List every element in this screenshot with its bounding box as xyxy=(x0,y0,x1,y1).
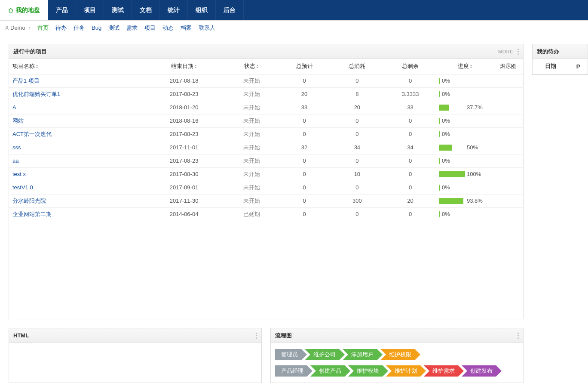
projects-more-link[interactable]: MORE xyxy=(498,49,513,54)
more-options-icon[interactable] xyxy=(256,333,257,339)
flowchart-panel-title: 流程图 xyxy=(275,332,292,340)
nav-tab[interactable]: 统计 xyxy=(160,0,188,20)
table-row[interactable]: testV1.02017-09-01未开始0000% xyxy=(9,181,523,194)
cell-cost: 34 xyxy=(331,141,383,154)
todo-col-p[interactable]: P xyxy=(569,59,588,74)
project-link[interactable]: 产品1 项目 xyxy=(12,77,40,84)
todo-col-date[interactable]: 日期 xyxy=(533,59,569,74)
cell-cost: 10 xyxy=(331,167,383,181)
submenu-item[interactable]: 首页 xyxy=(34,25,52,31)
projects-panel: 进行中的项目 MORE 项目名称 结束日期 状态 总预计 总消耗 总剩余 进度 … xyxy=(9,44,524,319)
col-status[interactable]: 状态 xyxy=(225,59,278,74)
flow-step[interactable]: 维护权限 xyxy=(380,349,415,360)
more-options-icon[interactable] xyxy=(518,49,519,55)
submenu-item[interactable]: 档案 xyxy=(177,25,195,31)
current-user[interactable]: Demo xyxy=(10,25,25,31)
cell-est: 0 xyxy=(278,181,331,194)
cell-progress: 100% xyxy=(437,167,493,181)
project-link[interactable]: A xyxy=(12,104,16,111)
submenu-item[interactable]: 项目 xyxy=(141,25,159,31)
cell-left: 0 xyxy=(383,181,437,194)
flow-step[interactable]: 维护公司 xyxy=(305,349,339,360)
project-link[interactable]: 优化前端购买订单1 xyxy=(12,91,60,97)
col-left[interactable]: 总剩余 xyxy=(383,59,437,74)
submenu-item[interactable]: 待办 xyxy=(52,25,70,31)
nav-tab[interactable]: 文档 xyxy=(132,0,160,20)
flow-step[interactable]: 创建发布 xyxy=(462,365,496,377)
table-row[interactable]: aa2017-08-23未开始0000% xyxy=(9,154,523,167)
nav-tab[interactable]: 我的地盘 xyxy=(0,0,48,20)
cell-end: 2014-06-04 xyxy=(143,207,225,221)
submenu-item[interactable]: 需求 xyxy=(123,25,141,31)
project-link[interactable]: testV1.0 xyxy=(12,184,33,191)
cell-left: 0 xyxy=(383,127,437,141)
nav-tab[interactable]: 测试 xyxy=(104,0,132,20)
cell-cost: 0 xyxy=(331,114,383,127)
flow-step[interactable]: 创建产品 xyxy=(310,365,345,377)
cell-burndown xyxy=(493,127,523,141)
table-row[interactable]: 网站2018-08-16未开始0000% xyxy=(9,114,523,127)
cell-est: 33 xyxy=(278,101,331,114)
table-row[interactable]: test x2017-08-30未开始0100100% xyxy=(9,167,523,181)
flow-step[interactable]: 产品经理 xyxy=(275,365,307,377)
more-options-icon[interactable] xyxy=(518,333,519,339)
project-link[interactable]: 网站 xyxy=(12,117,24,124)
cell-burndown xyxy=(493,181,523,194)
cell-status: 未开始 xyxy=(225,101,278,114)
nav-tab[interactable]: 产品 xyxy=(48,0,76,20)
cell-status: 未开始 xyxy=(225,181,278,194)
cell-progress: 37.7% xyxy=(437,101,493,114)
cell-est: 32 xyxy=(278,141,331,154)
col-progress[interactable]: 进度 xyxy=(437,59,493,74)
col-name[interactable]: 项目名称 xyxy=(9,59,143,74)
project-link[interactable]: aa xyxy=(12,158,18,164)
cell-est: 0 xyxy=(278,167,331,181)
table-row[interactable]: sss2017-11-01未开始32343450% xyxy=(9,141,523,154)
col-est[interactable]: 总预计 xyxy=(278,59,331,74)
project-link[interactable]: test x xyxy=(12,171,26,177)
cell-progress: 0% xyxy=(437,87,493,101)
cell-est: 20 xyxy=(278,87,331,101)
nav-tab[interactable]: 组织 xyxy=(188,0,216,20)
todo-panel-title: 我的待办 xyxy=(537,48,559,56)
submenu-item[interactable]: Bug xyxy=(88,25,105,31)
cell-est: 0 xyxy=(278,127,331,141)
table-row[interactable]: A2018-01-20未开始33203337.7% xyxy=(9,101,523,114)
flow-step[interactable]: 维护计划 xyxy=(386,365,420,377)
cell-progress: 0% xyxy=(437,74,493,87)
flow-step[interactable]: 添加用户 xyxy=(343,349,377,360)
flow-step[interactable]: 维护模块 xyxy=(348,365,383,377)
table-row[interactable]: 分水岭阳光院2017-11-30未开始03002093.8% xyxy=(9,194,523,207)
col-burndown[interactable]: 燃尽图 xyxy=(493,59,523,74)
projects-table: 项目名称 结束日期 状态 总预计 总消耗 总剩余 进度 燃尽图 产品1 项目20… xyxy=(9,59,523,221)
cell-end: 2017-08-23 xyxy=(143,127,225,141)
cell-status: 未开始 xyxy=(225,154,278,167)
project-link[interactable]: sss xyxy=(12,144,21,151)
col-end[interactable]: 结束日期 xyxy=(143,59,225,74)
submenu-item[interactable]: 动态 xyxy=(159,25,177,31)
cell-left: 0 xyxy=(383,74,437,87)
col-cost[interactable]: 总消耗 xyxy=(331,59,383,74)
submenu-item[interactable]: 测试 xyxy=(105,25,123,31)
submenu-item[interactable]: 联系人 xyxy=(195,25,219,31)
cell-est: 0 xyxy=(278,114,331,127)
project-link[interactable]: ACT第一次迭代 xyxy=(12,131,52,137)
cell-end: 2018-01-20 xyxy=(143,101,225,114)
cell-burndown xyxy=(493,167,523,181)
table-row[interactable]: 优化前端购买订单12017-08-23未开始2083.33330% xyxy=(9,87,523,101)
nav-tab[interactable]: 后台 xyxy=(216,0,244,20)
nav-tab[interactable]: 项目 xyxy=(76,0,104,20)
submenu-item[interactable]: 任务 xyxy=(70,25,88,31)
cell-burndown xyxy=(493,74,523,87)
cell-cost: 8 xyxy=(331,87,383,101)
table-row[interactable]: 产品1 项目2017-08-18未开始0000% xyxy=(9,74,523,87)
cell-cost: 300 xyxy=(331,194,383,207)
cell-end: 2017-08-23 xyxy=(143,87,225,101)
project-link[interactable]: 企业网站第二期 xyxy=(12,211,52,217)
flow-step[interactable]: 维护需求 xyxy=(424,365,458,377)
flow-step[interactable]: 管理员 xyxy=(275,349,301,360)
cell-end: 2017-08-30 xyxy=(143,167,225,181)
project-link[interactable]: 分水岭阳光院 xyxy=(12,198,46,204)
table-row[interactable]: ACT第一次迭代2017-08-23未开始0000% xyxy=(9,127,523,141)
table-row[interactable]: 企业网站第二期2014-06-04已延期0000% xyxy=(9,207,523,221)
